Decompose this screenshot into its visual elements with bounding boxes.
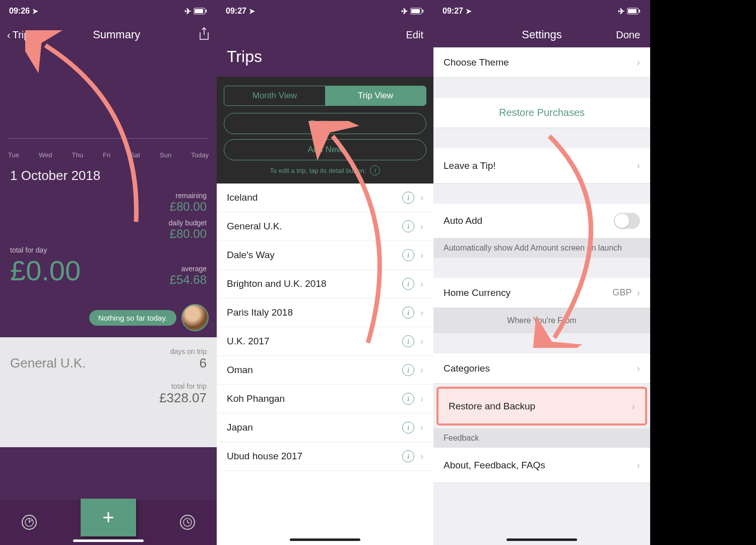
back-button[interactable]: ‹ Trips xyxy=(7,29,34,41)
location-icon: ➤ xyxy=(32,7,38,15)
info-icon: i xyxy=(370,165,380,175)
restore-backup-row[interactable]: Restore and Backup› xyxy=(436,387,647,426)
home-indicator[interactable] xyxy=(73,539,144,542)
chevron-right-icon: › xyxy=(420,451,423,462)
chevron-right-icon: › xyxy=(420,336,423,347)
info-icon[interactable]: i xyxy=(402,278,414,290)
chevron-right-icon: › xyxy=(637,160,640,171)
chevron-right-icon: › xyxy=(420,308,423,318)
edit-button[interactable]: Edit xyxy=(406,29,423,41)
nav-bar: Settings Done xyxy=(433,22,650,47)
day-label: Tue xyxy=(8,151,19,159)
restore-purchases-button[interactable]: Restore Purchases xyxy=(433,98,650,128)
total-day-label: total for day xyxy=(10,246,81,254)
chevron-right-icon: › xyxy=(420,394,423,404)
average-value: £54.68 xyxy=(170,273,207,287)
share-button[interactable] xyxy=(199,27,210,43)
view-segmented-control: Month View Trip View xyxy=(224,86,426,106)
screen-summary: 09:26 ➤ ✈ ‹ Trips Summary Tue Wed Thu Fr… xyxy=(0,0,217,545)
chevron-right-icon: › xyxy=(632,400,635,412)
location-icon: ➤ xyxy=(249,7,255,15)
chevron-right-icon: › xyxy=(420,365,423,376)
info-icon[interactable]: i xyxy=(402,249,414,261)
month-view-tab[interactable]: Month View xyxy=(224,86,325,105)
chevron-right-icon: › xyxy=(420,279,423,289)
chevron-left-icon: ‹ xyxy=(7,29,11,41)
trip-panel: General U.K. days on trip 6 total for tr… xyxy=(0,337,217,447)
page-title: Summary xyxy=(93,28,140,41)
total-day-value: £0.00 xyxy=(10,254,81,287)
auto-add-row: Auto Add xyxy=(433,204,650,238)
add-button[interactable]: + xyxy=(81,499,136,536)
days-row: Tue Wed Thu Fri Sat Sun Today xyxy=(0,148,217,159)
location-icon: ➤ xyxy=(466,7,472,15)
daily-budget-label: daily budget xyxy=(168,219,207,227)
plus-icon: + xyxy=(102,506,114,529)
info-icon[interactable]: i xyxy=(402,364,414,376)
home-indicator[interactable] xyxy=(507,538,577,541)
where-from-label: Where You're From xyxy=(433,308,650,333)
pie-chart-icon[interactable] xyxy=(22,515,37,530)
add-new-button[interactable]: Add New xyxy=(224,139,426,160)
airplane-icon: ✈ xyxy=(401,7,408,16)
day-label: Today xyxy=(191,151,209,159)
days-on-trip-label: days on trip xyxy=(170,347,207,355)
categories-row[interactable]: Categories› xyxy=(433,353,650,384)
list-item[interactable]: General U.K.i› xyxy=(217,212,433,241)
chevron-right-icon: › xyxy=(420,221,423,232)
avatar[interactable] xyxy=(181,304,209,331)
battery-icon xyxy=(627,8,641,15)
list-item[interactable]: U.K. 2017i› xyxy=(217,327,433,356)
auto-add-toggle[interactable] xyxy=(614,213,640,229)
remaining-value: £80.00 xyxy=(170,200,207,214)
info-icon[interactable]: i xyxy=(402,421,414,434)
chevron-right-icon: › xyxy=(420,422,423,433)
airplane-icon: ✈ xyxy=(184,7,191,16)
home-currency-row[interactable]: Home CurrencyGBP› xyxy=(433,278,650,308)
list-item[interactable]: Ubud house 2017i› xyxy=(217,442,433,471)
info-icon[interactable]: i xyxy=(402,335,414,347)
trips-list: Icelandi› General U.K.i› Dale's Wayi› Br… xyxy=(217,184,433,471)
trip-view-tab[interactable]: Trip View xyxy=(325,86,426,105)
average-label: average xyxy=(170,265,207,273)
list-item[interactable]: Dale's Wayi› xyxy=(217,241,433,270)
feedback-section-label: Feedback xyxy=(433,429,650,448)
info-icon[interactable]: i xyxy=(402,220,414,232)
clock-icon[interactable] xyxy=(180,515,195,530)
home-currency-value: GBP xyxy=(612,287,632,298)
list-item[interactable]: Icelandi› xyxy=(217,184,433,212)
nav-bar: ‹ Trips Summary xyxy=(0,22,217,47)
day-label: Thu xyxy=(72,151,83,159)
about-row[interactable]: About, Feedback, FAQs› xyxy=(433,448,650,483)
screen-settings: 09:27 ➤ ✈ Settings Done Choose Theme› Re… xyxy=(433,0,650,545)
settings-button[interactable]: Settings xyxy=(224,113,426,134)
done-button[interactable]: Done xyxy=(610,29,640,41)
days-on-trip-value: 6 xyxy=(170,355,207,371)
tab-bar: + xyxy=(0,500,217,545)
list-item[interactable]: Brighton and U.K. 2018i› xyxy=(217,270,433,298)
chevron-right-icon: › xyxy=(637,287,640,298)
svg-rect-2 xyxy=(206,10,207,13)
list-item[interactable]: Omani› xyxy=(217,356,433,385)
list-item[interactable]: Japani› xyxy=(217,413,433,442)
leave-tip-row[interactable]: Leave a Tip!› xyxy=(433,148,650,184)
list-item[interactable]: Koh Phangani› xyxy=(217,385,433,413)
page-title: Trips xyxy=(217,47,433,69)
status-bar: 09:27 ➤ ✈ xyxy=(433,0,650,22)
remaining-label: remaining xyxy=(170,192,207,200)
day-label: Wed xyxy=(39,151,52,159)
info-icon[interactable]: i xyxy=(402,393,414,405)
edit-hint: To edit a trip, tap its detail button: i xyxy=(224,165,426,175)
list-item[interactable]: Paris Italy 2018i› xyxy=(217,298,433,327)
home-indicator[interactable] xyxy=(290,538,360,541)
status-time: 09:27 xyxy=(443,7,463,16)
battery-icon xyxy=(194,8,208,15)
info-icon[interactable]: i xyxy=(402,307,414,319)
trip-name: General U.K. xyxy=(10,355,86,371)
info-icon[interactable]: i xyxy=(402,192,414,204)
svg-rect-6 xyxy=(411,9,420,13)
info-icon[interactable]: i xyxy=(402,450,414,462)
chevron-right-icon: › xyxy=(420,250,423,261)
choose-theme-row[interactable]: Choose Theme› xyxy=(433,47,650,78)
day-label: Sat xyxy=(130,151,140,159)
